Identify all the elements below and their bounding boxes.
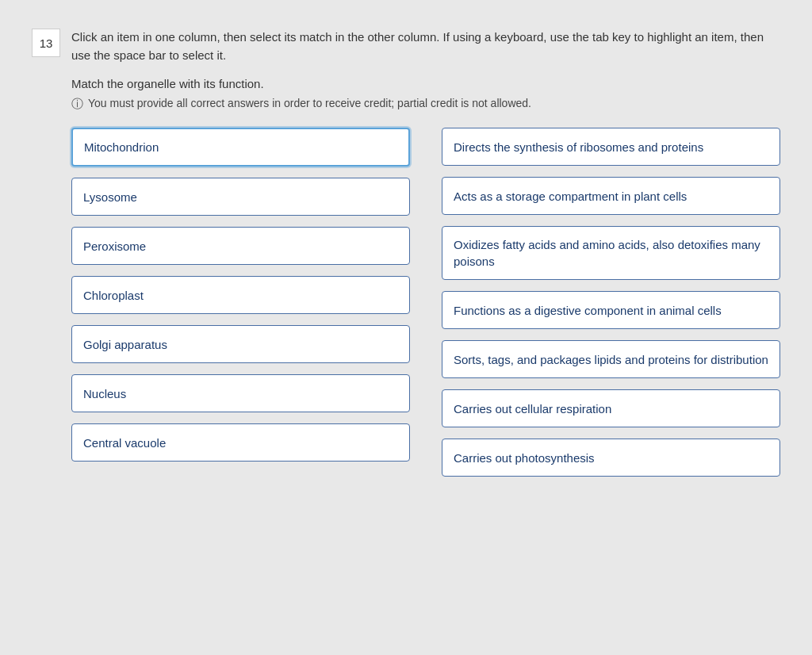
matching-area: Mitochondrion Lysosome Peroxisome Chloro… — [71, 128, 780, 477]
left-item-golgi[interactable]: Golgi apparatus — [71, 325, 410, 363]
question-header: 13 Click an item in one column, then sel… — [32, 29, 780, 64]
left-item-lysosome[interactable]: Lysosome — [71, 178, 410, 216]
right-item-storage-plant[interactable]: Acts as a storage compartment in plant c… — [442, 177, 780, 215]
question-prompt: Match the organelle with its function. — [71, 77, 780, 90]
right-item-photosynthesis[interactable]: Carries out photosynthesis — [442, 439, 780, 477]
right-item-cellular-respiration[interactable]: Carries out cellular respiration — [442, 389, 780, 427]
right-column: Directs the synthesis of ribosomes and p… — [442, 128, 780, 477]
question-number: 13 — [32, 29, 60, 57]
right-item-ribosome-synthesis[interactable]: Directs the synthesis of ribosomes and p… — [442, 128, 780, 166]
right-item-digestive-animal[interactable]: Functions as a digestive component in an… — [442, 291, 780, 329]
question-instructions: Click an item in one column, then select… — [71, 29, 780, 64]
notice-text: You must provide all correct answers in … — [88, 97, 531, 109]
info-icon: ⓘ — [71, 97, 83, 112]
left-item-chloroplast[interactable]: Chloroplast — [71, 276, 410, 314]
right-item-oxidizes-fatty[interactable]: Oxidizes fatty acids and amino acids, al… — [442, 226, 780, 280]
question-notice: ⓘ You must provide all correct answers i… — [71, 97, 780, 112]
left-item-central-vacuole[interactable]: Central vacuole — [71, 423, 410, 462]
left-item-mitochondrion[interactable]: Mitochondrion — [71, 128, 410, 167]
left-item-nucleus[interactable]: Nucleus — [71, 374, 410, 412]
question-container: 13 Click an item in one column, then sel… — [16, 16, 796, 489]
right-item-sorts-tags[interactable]: Sorts, tags, and packages lipids and pro… — [442, 340, 780, 378]
left-item-peroxisome[interactable]: Peroxisome — [71, 227, 410, 265]
left-column: Mitochondrion Lysosome Peroxisome Chloro… — [71, 128, 410, 477]
